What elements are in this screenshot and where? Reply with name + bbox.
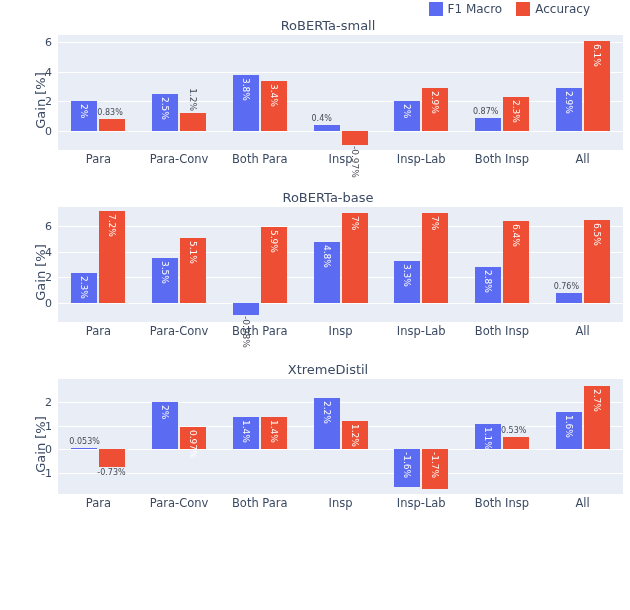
- bar: [99, 119, 125, 131]
- x-tick: Both Insp: [475, 324, 529, 338]
- bar-label: 0.83%: [97, 108, 122, 117]
- chart-2: XtremeDistilGain [%]-1012Para0.053%-0.73…: [28, 362, 628, 494]
- bar-label: 2.8%: [483, 270, 493, 293]
- chart-0: RoBERTa-smallGain [%]0246Para2%0.83%Para…: [28, 18, 628, 150]
- legend-label-acc: Accuracy: [535, 2, 590, 16]
- x-tick: Both Para: [232, 496, 288, 510]
- x-tick: Para-Conv: [150, 496, 209, 510]
- legend-swatch-f1: [429, 2, 443, 16]
- y-tick: 4: [45, 65, 52, 78]
- y-tick: 6: [45, 36, 52, 49]
- y-tick: 6: [45, 220, 52, 233]
- bar-label: 7%: [430, 216, 440, 230]
- x-tick: Para: [86, 152, 111, 166]
- bar-label: 1.4%: [241, 420, 251, 443]
- x-tick: All: [576, 324, 590, 338]
- bar: [233, 303, 259, 316]
- y-tick: 4: [45, 245, 52, 258]
- x-tick: Para: [86, 496, 111, 510]
- bar-label: 3.3%: [402, 264, 412, 287]
- legend-item-f1: F1 Macro: [429, 2, 503, 16]
- bar-label: -1.6%: [402, 452, 412, 478]
- x-tick: Insp-Lab: [397, 496, 446, 510]
- bar-label: 0.053%: [69, 437, 100, 446]
- x-tick: Both Para: [232, 152, 288, 166]
- bar-label: 0.76%: [554, 282, 579, 291]
- bar-label: 6.5%: [592, 223, 602, 246]
- bar-label: 2.2%: [322, 401, 332, 424]
- chart-title: RoBERTa-base: [28, 190, 628, 205]
- chart-1: RoBERTa-baseGain [%]0246Para2.3%7.2%Para…: [28, 190, 628, 322]
- bar-label: 6.1%: [592, 44, 602, 67]
- x-tick: Insp-Lab: [397, 152, 446, 166]
- bar-label: 1.2%: [350, 424, 360, 447]
- bar-label: 0.87%: [473, 107, 498, 116]
- bar-label: 0.4%: [312, 114, 332, 123]
- x-tick: Para: [86, 324, 111, 338]
- y-tick: 2: [45, 271, 52, 284]
- bar-label: 7.2%: [107, 214, 117, 237]
- bar-label: -0.73%: [97, 468, 125, 477]
- bar: [503, 437, 529, 449]
- chart-title: RoBERTa-small: [28, 18, 628, 33]
- bar-label: 3.8%: [241, 78, 251, 101]
- bar-label: -0.98%: [241, 316, 251, 348]
- legend: F1 Macro Accuracy: [429, 2, 590, 16]
- x-tick: Both Insp: [475, 496, 529, 510]
- x-tick: All: [576, 496, 590, 510]
- bar-label: 5.9%: [269, 230, 279, 253]
- x-tick: Insp: [329, 324, 353, 338]
- bar-label: 2.7%: [592, 389, 602, 412]
- x-tick: All: [576, 152, 590, 166]
- x-tick: Both Insp: [475, 152, 529, 166]
- bar-label: 0.53%: [501, 426, 526, 435]
- plot-area: Gain [%]-1012Para0.053%-0.73%Para-Conv2%…: [58, 379, 623, 494]
- bar-label: 4.8%: [322, 245, 332, 268]
- bar-label: 2.3%: [511, 100, 521, 123]
- bar-label: 2.9%: [430, 91, 440, 114]
- bar-label: -0.97%: [350, 146, 360, 178]
- bar-label: 5.1%: [188, 241, 198, 264]
- x-tick: Para-Conv: [150, 152, 209, 166]
- bar: [71, 448, 97, 449]
- bar-label: 2.3%: [79, 276, 89, 299]
- bar-label: -1.7%: [430, 452, 440, 478]
- bar-label: 7%: [350, 216, 360, 230]
- bar-label: 2%: [160, 405, 170, 419]
- y-tick: 0: [45, 124, 52, 137]
- y-tick: 0: [45, 296, 52, 309]
- legend-swatch-acc: [516, 2, 530, 16]
- bar-label: 2%: [402, 104, 412, 118]
- y-tick: 1: [45, 419, 52, 432]
- plot-area: Gain [%]0246Para2.3%7.2%Para-Conv3.5%5.1…: [58, 207, 623, 322]
- bar-label: 2.9%: [564, 91, 574, 114]
- bar: [180, 113, 206, 131]
- bar-label: 1.1%: [483, 427, 493, 450]
- bar: [99, 449, 125, 466]
- y-tick: 2: [45, 95, 52, 108]
- legend-item-acc: Accuracy: [516, 2, 590, 16]
- bar-label: 1.2%: [188, 88, 198, 111]
- bar: [314, 125, 340, 131]
- charts-container: RoBERTa-smallGain [%]0246Para2%0.83%Para…: [0, 18, 630, 534]
- bar: [556, 293, 582, 303]
- bar: [342, 131, 368, 145]
- bar-label: 3.4%: [269, 84, 279, 107]
- bar: [475, 118, 501, 131]
- legend-label-f1: F1 Macro: [448, 2, 503, 16]
- y-tick: 2: [45, 396, 52, 409]
- plot-area: Gain [%]0246Para2%0.83%Para-Conv2.5%1.2%…: [58, 35, 623, 150]
- y-tick: -1: [41, 466, 52, 479]
- bar-label: 1.6%: [564, 415, 574, 438]
- chart-title: XtremeDistil: [28, 362, 628, 377]
- bar-label: 0.97%: [188, 430, 198, 459]
- bar-label: 3.5%: [160, 261, 170, 284]
- x-tick: Insp: [329, 496, 353, 510]
- bar-label: 2.5%: [160, 97, 170, 120]
- y-tick: 0: [45, 443, 52, 456]
- x-tick: Para-Conv: [150, 324, 209, 338]
- bar-label: 1.4%: [269, 420, 279, 443]
- bar-label: 6.4%: [511, 224, 521, 247]
- x-tick: Insp-Lab: [397, 324, 446, 338]
- bar-label: 2%: [79, 104, 89, 118]
